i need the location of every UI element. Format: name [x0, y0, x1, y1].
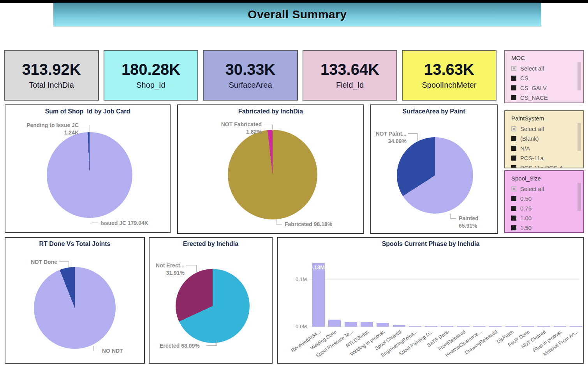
- pie-fabricated[interactable]: [228, 130, 317, 219]
- callout-leader-line: [81, 125, 90, 131]
- bar-Welding in process[interactable]: [377, 323, 389, 327]
- slicer-option-select-all[interactable]: Select all: [511, 64, 583, 73]
- pie-paint[interactable]: [397, 137, 473, 214]
- slicer-option-partial[interactable]: PCS-11a PCS-4: [511, 163, 583, 168]
- slicer-option-label: CS_NACE: [520, 94, 548, 101]
- callout-leader-line: [408, 133, 418, 141]
- kpi-card-shop-id[interactable]: 180.28K Shop_Id: [104, 50, 198, 101]
- kpi-label: Total InchDia: [29, 81, 74, 89]
- callout-leader-line: [186, 265, 197, 272]
- page-title: Overall Summary: [248, 8, 347, 21]
- slicer-paintsystem: PaintSystem Select all (Blank) N/A PCS-1…: [504, 110, 584, 168]
- bar-DrawingReleased[interactable]: [489, 326, 502, 327]
- chart-title: SurfaceArea by Paint: [371, 108, 497, 115]
- slicer-option[interactable]: PCS-11a: [511, 153, 583, 163]
- bar-Fitup in process[interactable]: [554, 326, 566, 327]
- bar-FrontReleased[interactable]: [457, 326, 470, 327]
- scrollbar-thumb[interactable]: [577, 183, 581, 211]
- checkbox-checked-icon[interactable]: [511, 196, 516, 201]
- checkbox-checked-icon[interactable]: [511, 206, 516, 211]
- chart-title: Erected by Inchdia: [150, 240, 272, 248]
- slicer-option[interactable]: N/A: [511, 143, 583, 153]
- kpi-card-field-id[interactable]: 133.64K Field_Id: [303, 50, 397, 101]
- checkbox-checked-icon[interactable]: [511, 95, 516, 100]
- bar-Spool Painting D...[interactable]: [425, 326, 437, 327]
- bar-Material Front An...[interactable]: [570, 326, 582, 327]
- slicer-title: MOC: [511, 55, 583, 61]
- chart-panel-paint: SurfaceArea by Paint NOT Paint...34.09% …: [370, 104, 498, 234]
- bar-NDT Cleared[interactable]: [537, 326, 550, 327]
- dashboard: Overall Summary 313.92K Total InchDia 18…: [0, 0, 588, 366]
- slicer-option-label: 1.00: [520, 215, 532, 221]
- pie-jobcard[interactable]: [47, 132, 132, 218]
- scrollbar-thumb[interactable]: [577, 123, 581, 151]
- callout-leader-line: [92, 217, 98, 223]
- title-banner: Overall Summary: [53, 3, 541, 27]
- callout-leader-line: [450, 214, 456, 219]
- checkbox-checked-icon[interactable]: [511, 216, 516, 221]
- slicer-option-label: PCS-11a PCS-4: [520, 164, 562, 168]
- slicer-option-select-all[interactable]: Select all: [511, 124, 583, 134]
- pie-callout: NO NDT: [102, 347, 123, 355]
- callout-leader-line: [206, 340, 217, 346]
- slicer-option[interactable]: 0.50: [511, 194, 583, 203]
- slicer-spool-size: Spool_Size Select all 0.50 0.75 1.00 1.5…: [504, 170, 584, 233]
- kpi-label: Field_Id: [336, 81, 364, 89]
- slicer-option-label: Select all: [520, 186, 544, 192]
- slicer-option-label: 1.50: [520, 225, 532, 231]
- y-axis-tick: 0.0M: [289, 324, 307, 329]
- slicer-option[interactable]: (Blank): [511, 134, 583, 143]
- pie-callout: NDT Done: [21, 258, 57, 266]
- pie-callout: Issued JC 179.04K: [100, 219, 148, 227]
- slicer-option[interactable]: CS_NACE: [511, 93, 583, 103]
- bar-ReceivedAtSit...[interactable]: 0.13M: [312, 263, 325, 327]
- bar-FitUP Done[interactable]: [521, 326, 534, 327]
- slicer-option-label: Select all: [520, 65, 544, 72]
- checkbox-checked-icon[interactable]: [511, 76, 516, 81]
- bar-DisPatch[interactable]: [505, 326, 518, 327]
- slicer-title: Spool_Size: [511, 175, 583, 182]
- checkbox-checked-icon[interactable]: [511, 165, 516, 168]
- checkbox-checked-icon[interactable]: [511, 146, 516, 151]
- slicer-option[interactable]: 1.00: [511, 213, 583, 223]
- chart-title: Sum of Shop_Id by Job Card: [5, 108, 170, 115]
- kpi-card-total-inchdia[interactable]: 313.92K Total InchDia: [4, 50, 99, 101]
- kpi-value: 13.63K: [424, 62, 474, 77]
- kpi-card-surfacearea[interactable]: 30.33K SurfaceArea: [203, 50, 298, 101]
- checkbox-partial-icon[interactable]: [511, 66, 516, 71]
- checkbox-partial-icon[interactable]: [511, 126, 516, 131]
- checkbox-checked-icon[interactable]: [511, 136, 516, 141]
- bar-EngineeringRelea...[interactable]: [409, 326, 421, 327]
- bar-Spool Cleared[interactable]: [393, 325, 405, 327]
- slicer-option-label: 0.75: [520, 205, 532, 212]
- checkbox-checked-icon[interactable]: [511, 225, 516, 230]
- chart-panel-fabricated: Fabricated by InchDia NOT Fabricated1.82…: [177, 104, 364, 234]
- bar-Spool Pressure Te...[interactable]: [345, 322, 357, 327]
- pie-callout: Pending to Issue JC1.24K: [13, 122, 79, 136]
- checkbox-partial-icon[interactable]: [511, 186, 516, 191]
- chart-panel-spools-phase: Spools Current Phase by Inchdia 0.1M 0.0…: [277, 237, 584, 364]
- kpi-value: 313.92K: [22, 62, 81, 77]
- top-black-strip: [0, 0, 588, 3]
- checkbox-checked-icon[interactable]: [511, 156, 516, 161]
- kpi-card-spoolinchmeter[interactable]: 13.63K SpoolInchMeter: [402, 50, 496, 101]
- chart-title: RT Done Vs Total Joints: [5, 240, 144, 248]
- kpi-value: 180.28K: [121, 62, 180, 77]
- pie-rt-done[interactable]: [34, 267, 116, 349]
- slicer-option-select-all[interactable]: Select all: [511, 184, 583, 194]
- scrollbar-thumb[interactable]: [577, 62, 581, 90]
- pie-callout: Not Erect...31.91%: [150, 262, 185, 277]
- bar-RTLDStatus[interactable]: [361, 322, 373, 327]
- bar-HeatNoClearance...[interactable]: [473, 326, 486, 327]
- pie-erected[interactable]: [176, 269, 250, 343]
- slicer-option[interactable]: CS: [511, 73, 583, 83]
- slicer-option[interactable]: 0.75: [511, 203, 583, 213]
- kpi-label: Shop_Id: [136, 81, 165, 89]
- bar-Welding Done[interactable]: [328, 320, 341, 327]
- slicer-option[interactable]: CS_GALV: [511, 83, 583, 93]
- checkbox-checked-icon[interactable]: [511, 85, 516, 90]
- kpi-label: SurfaceArea: [229, 81, 272, 89]
- bar-chart-plot-area: 0.1M 0.0M 0.13MReceivedAtSit...Welding D…: [278, 238, 583, 363]
- bar-SATR Done[interactable]: [441, 326, 453, 327]
- slicer-option-partial[interactable]: 1.50: [511, 223, 583, 233]
